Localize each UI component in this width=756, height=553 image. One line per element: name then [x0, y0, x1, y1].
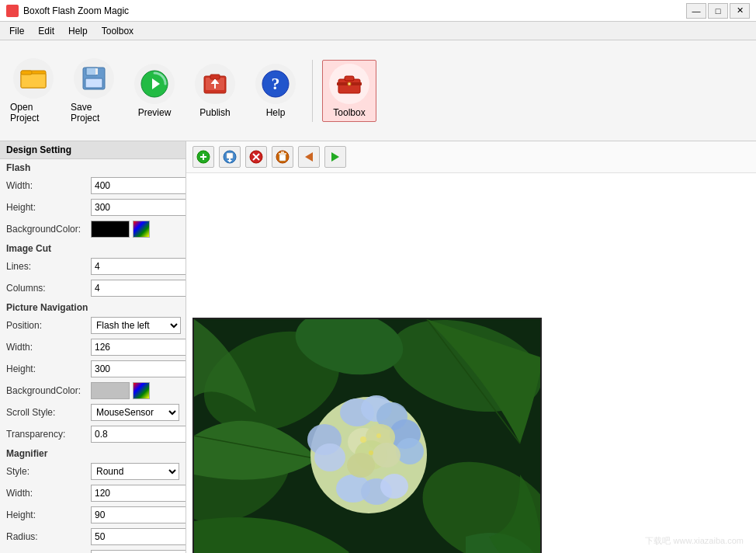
app-icon	[6, 5, 19, 17]
magnifier-borderwidth-input[interactable]	[91, 550, 186, 553]
left-panel: Design Setting Flash Width: Height: Back…	[0, 141, 186, 553]
picnav-height-row: Height:	[0, 358, 186, 380]
main-layout: Design Setting Flash Width: Height: Back…	[0, 141, 756, 553]
next-button[interactable]	[324, 146, 346, 168]
imagecut-section-label: Image Cut	[0, 240, 186, 256]
svg-rect-15	[345, 76, 354, 81]
svg-text:?: ?	[272, 74, 280, 93]
publish-button[interactable]: Publish	[188, 60, 242, 122]
preview-icon	[134, 64, 175, 104]
close-button[interactable]: ✕	[730, 3, 750, 19]
publish-icon	[195, 64, 235, 104]
menu-bar: File Edit Help Toolbox	[0, 22, 756, 40]
imagecut-columns-label: Columns:	[6, 283, 88, 294]
picnav-width-input[interactable]	[91, 339, 186, 356]
svg-rect-22	[227, 153, 233, 158]
toolbox-button[interactable]: Toolbox	[322, 60, 376, 122]
flash-bgcolor-picker[interactable]	[133, 221, 150, 238]
flash-width-row: Width:	[0, 175, 186, 197]
app-title: Boxoft Flash Zoom Magic	[23, 5, 129, 16]
picnav-height-input[interactable]	[91, 360, 186, 377]
import-button[interactable]	[219, 146, 241, 168]
action-bar	[186, 141, 756, 173]
white-space	[192, 179, 750, 311]
open-project-label: Open Project	[10, 102, 57, 123]
svg-point-56	[347, 453, 375, 478]
magnifier-height-input[interactable]	[91, 506, 186, 523]
svg-rect-2	[21, 71, 32, 75]
svg-marker-32	[331, 152, 339, 162]
toolbar: Open Project Save Project Preview	[0, 40, 756, 141]
menu-help[interactable]: Help	[62, 24, 94, 38]
minimize-button[interactable]: —	[686, 3, 706, 19]
menu-edit[interactable]: Edit	[32, 24, 61, 38]
picnav-height-label: Height:	[6, 363, 88, 374]
flash-width-input[interactable]	[91, 177, 186, 194]
imagecut-columns-input[interactable]	[91, 280, 186, 297]
magnifier-section-label: Magnifier	[0, 445, 186, 461]
svg-rect-14	[338, 79, 360, 93]
magnifier-radius-input[interactable]	[91, 528, 186, 545]
svg-rect-4	[86, 68, 97, 75]
preview-label: Preview	[138, 107, 172, 118]
add-button[interactable]	[192, 146, 214, 168]
magnifier-style-select[interactable]: Round Square	[91, 463, 179, 480]
picnav-transparency-row: Transparency:	[0, 423, 186, 445]
magnifier-radius-row: Radius:	[0, 526, 186, 548]
picnav-scroll-label: Scroll Style:	[6, 407, 88, 418]
picnav-position-select[interactable]: Flash the left Flash the right Flash the…	[91, 317, 181, 334]
menu-toolbox[interactable]: Toolbox	[95, 24, 140, 38]
svg-rect-28	[279, 155, 286, 161]
flash-bgcolor-preview	[91, 221, 130, 238]
svg-rect-6	[95, 68, 98, 75]
imagecut-lines-input[interactable]	[91, 258, 186, 275]
svg-point-17	[348, 82, 351, 85]
open-project-button[interactable]: Open Project	[6, 54, 61, 127]
svg-point-57	[360, 436, 366, 443]
clear-button[interactable]	[272, 146, 293, 168]
svg-rect-1	[21, 74, 46, 88]
picnav-bgcolor-picker[interactable]	[133, 382, 150, 399]
magnifier-radius-label: Radius:	[6, 531, 88, 542]
picnav-position-row: Position: Flash the left Flash the right…	[0, 315, 186, 336]
help-label: Help	[266, 107, 286, 118]
picnav-scroll-select[interactable]: MouseSensor Scroll None	[91, 404, 179, 421]
canvas-area	[186, 173, 756, 553]
picnav-bgcolor-row: BackgroundColor:	[0, 380, 186, 402]
magnifier-width-input[interactable]	[91, 485, 186, 502]
toolbox-label: Toolbox	[333, 107, 365, 118]
delete-button[interactable]	[245, 146, 267, 168]
svg-rect-5	[85, 78, 102, 88]
picnav-transparency-input[interactable]	[91, 426, 186, 443]
svg-point-51	[380, 474, 408, 499]
magnifier-width-row: Width:	[0, 482, 186, 504]
svg-point-55	[373, 443, 401, 468]
imagecut-lines-row: Lines:	[0, 256, 186, 277]
save-project-button[interactable]: Save Project	[67, 54, 121, 127]
svg-point-59	[369, 450, 373, 455]
picnav-width-row: Width:	[0, 336, 186, 358]
imagecut-columns-row: Columns:	[0, 277, 186, 299]
menu-file[interactable]: File	[3, 24, 30, 38]
flash-height-row: Height:	[0, 197, 186, 218]
help-button[interactable]: ? Help	[248, 60, 303, 122]
flash-height-input[interactable]	[91, 199, 186, 216]
preview-button[interactable]: Preview	[127, 60, 182, 122]
title-bar-left: Boxoft Flash Zoom Magic	[6, 5, 129, 17]
svg-point-46	[314, 443, 345, 471]
svg-point-48	[396, 438, 424, 464]
toolbar-separator	[312, 60, 313, 122]
magnifier-style-label: Style:	[6, 466, 88, 477]
imagecut-lines-label: Lines:	[6, 261, 88, 272]
toolbox-icon	[329, 64, 369, 104]
maximize-button[interactable]: □	[708, 3, 728, 19]
prev-button[interactable]	[298, 146, 320, 168]
magnifier-height-row: Height:	[0, 504, 186, 526]
flash-bgcolor-row: BackgroundColor:	[0, 218, 186, 240]
title-bar: Boxoft Flash Zoom Magic — □ ✕	[0, 0, 756, 22]
flash-section-label: Flash	[0, 159, 186, 175]
picnav-bgcolor-preview	[91, 382, 130, 399]
magnifier-height-label: Height:	[6, 510, 88, 520]
magnifier-style-row: Style: Round Square	[0, 461, 186, 482]
picnav-scroll-row: Scroll Style: MouseSensor Scroll None	[0, 402, 186, 423]
